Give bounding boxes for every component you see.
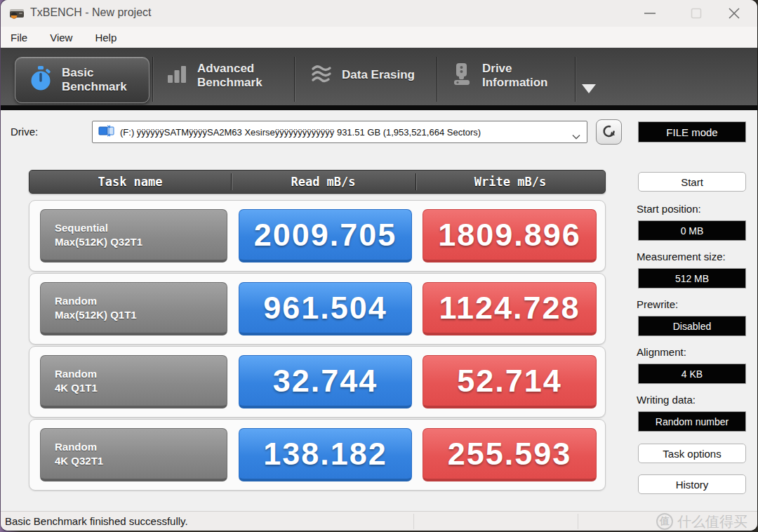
menu-help[interactable]: Help <box>95 29 126 46</box>
tab-separator <box>152 57 153 102</box>
refresh-icon <box>601 123 617 141</box>
tab-separator <box>575 57 576 102</box>
tab-data-erasing[interactable]: Data Erasing <box>310 62 415 88</box>
menu-view[interactable]: View <box>50 29 82 46</box>
drive-icon <box>450 62 474 90</box>
writing-data-value[interactable]: Random number <box>638 411 746 432</box>
tab-label-line: Benchmark <box>62 80 127 94</box>
minimize-button[interactable] <box>634 0 666 27</box>
measurement-size-label: Measurement size: <box>637 251 726 262</box>
prewrite-value[interactable]: Disabled <box>638 316 746 336</box>
prewrite-label: Prewrite: <box>637 298 678 310</box>
write-value-tile: 255.593 <box>423 428 597 481</box>
task-name-line: 4K Q32T1 <box>55 454 227 468</box>
drive-select-value: (F:) ÿÿÿÿÿÿSATMÿÿÿÿSA2M63 Xesirseÿÿÿÿÿÿÿ… <box>120 127 481 138</box>
close-button[interactable] <box>718 0 750 27</box>
writing-data-label: Writing data: <box>637 394 696 406</box>
waves-icon <box>310 62 333 88</box>
main-content: Drive: (F:) ÿÿÿÿÿÿSATMÿÿÿÿSA2M63 Xesirse… <box>1 110 757 511</box>
read-value-tile: 32.744 <box>239 355 412 408</box>
write-value-tile: 1124.728 <box>423 282 597 335</box>
table-row: Random 4K Q32T1 138.182 255.593 <box>29 419 606 491</box>
refresh-drives-button[interactable] <box>596 119 622 145</box>
write-value-tile: 52.714 <box>423 355 597 408</box>
disk-drive-icon <box>98 125 115 140</box>
measurement-size-value[interactable]: 512 MB <box>638 268 746 288</box>
table-row: Random 4K Q1T1 32.744 52.714 <box>29 346 606 418</box>
read-value-tile: 138.182 <box>239 428 412 481</box>
tab-bar: Basic Benchmark Advanced Benchmark <box>1 48 757 105</box>
start-position-label: Start position: <box>637 203 701 215</box>
menu-file[interactable]: File <box>11 29 37 46</box>
app-icon <box>9 6 25 23</box>
watermark-text: 什么值得买 <box>677 512 747 531</box>
tab-label-line: Data Erasing <box>342 68 415 82</box>
task-name-line: Random <box>55 367 227 381</box>
start-position-value[interactable]: 0 MB <box>638 220 746 241</box>
stopwatch-icon <box>28 65 53 95</box>
task-name-tile: Random 4K Q32T1 <box>40 428 227 481</box>
read-value-tile: 961.504 <box>239 282 412 335</box>
title-bar: TxBENCH - New project <box>1 0 757 27</box>
tab-label-line: Basic <box>62 66 127 80</box>
table-row: Random Max(512K) Q1T1 961.504 1124.728 <box>29 273 606 345</box>
tab-label-line: Advanced <box>197 62 262 76</box>
drive-select[interactable]: (F:) ÿÿÿÿÿÿSATMÿÿÿÿSA2M63 Xesirseÿÿÿÿÿÿÿ… <box>92 121 587 143</box>
write-value-tile: 1809.896 <box>423 209 597 262</box>
results-table-header: Task name Read mB/s Write mB/s <box>29 170 606 194</box>
file-mode-button[interactable]: FILE mode <box>638 121 746 142</box>
column-header-task-name: Task name <box>29 171 231 193</box>
task-name-line: Random <box>55 440 227 454</box>
column-divider <box>231 173 232 190</box>
read-value-tile: 2009.705 <box>239 209 412 262</box>
menu-bar: File View Help <box>1 27 757 48</box>
task-name-line: Max(512K) Q32T1 <box>55 235 227 249</box>
tab-label-line: Information <box>482 76 548 90</box>
column-header-write: Write mB/s <box>415 171 605 193</box>
alignment-label: Alignment: <box>637 346 686 358</box>
maximize-button[interactable] <box>680 0 712 27</box>
tab-label-line: Drive <box>482 62 548 76</box>
task-name-tile: Random Max(512K) Q1T1 <box>40 282 227 335</box>
app-window: TxBENCH - New project File View Help <box>1 0 757 531</box>
tab-basic-benchmark[interactable]: Basic Benchmark <box>15 57 149 103</box>
task-name-line: 4K Q1T1 <box>55 381 227 395</box>
status-bar-divider <box>413 514 414 529</box>
task-name-line: Random <box>55 294 227 308</box>
task-name-line: Max(512K) Q1T1 <box>55 308 227 322</box>
tab-separator <box>294 57 295 102</box>
history-button[interactable]: History <box>638 474 746 494</box>
alignment-value[interactable]: 4 KB <box>638 364 746 384</box>
tab-bar-divider <box>1 105 757 110</box>
status-bar: Basic Benchmark finished successfully. 值… <box>1 511 757 531</box>
status-message: Basic Benchmark finished successfully. <box>1 515 188 527</box>
chevron-down-icon[interactable] <box>582 84 596 93</box>
task-name-line: Sequential <box>55 221 227 235</box>
tab-advanced-benchmark[interactable]: Advanced Benchmark <box>165 62 262 90</box>
bar-chart-icon <box>165 62 189 89</box>
drive-label: Drive: <box>11 126 38 138</box>
column-header-read: Read mB/s <box>231 171 415 193</box>
status-bar-divider <box>578 514 578 529</box>
chevron-down-icon <box>572 130 580 142</box>
task-options-button[interactable]: Task options <box>638 444 746 463</box>
table-row: Sequential Max(512K) Q32T1 2009.705 1809… <box>29 200 606 272</box>
tab-separator <box>437 57 437 102</box>
window-title: TxBENCH - New project <box>30 6 151 19</box>
start-button[interactable]: Start <box>638 172 746 192</box>
column-divider <box>415 173 416 190</box>
task-name-tile: Sequential Max(512K) Q32T1 <box>40 209 227 262</box>
watermark: 值 什么值得买 <box>656 512 747 531</box>
task-name-tile: Random 4K Q1T1 <box>40 355 227 408</box>
tab-drive-information[interactable]: Drive Information <box>450 62 548 90</box>
tab-label-line: Benchmark <box>197 76 262 90</box>
watermark-badge-icon: 值 <box>656 513 673 530</box>
